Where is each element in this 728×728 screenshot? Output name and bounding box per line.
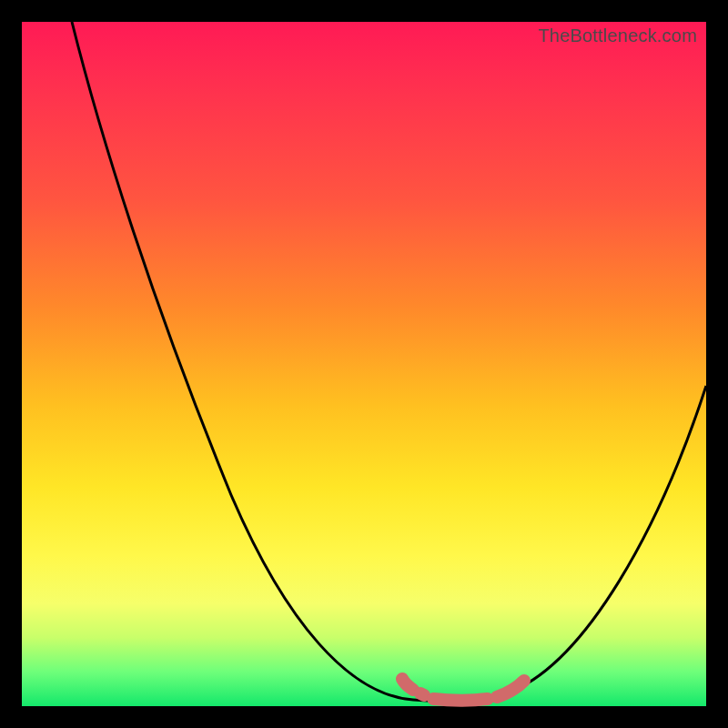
outer-frame: TheBottleneck.com [0,0,728,728]
curve-layer [22,22,706,706]
gradient-plot-area: TheBottleneck.com [22,22,706,706]
valley-marker [402,679,524,701]
bottleneck-curve [72,22,706,702]
